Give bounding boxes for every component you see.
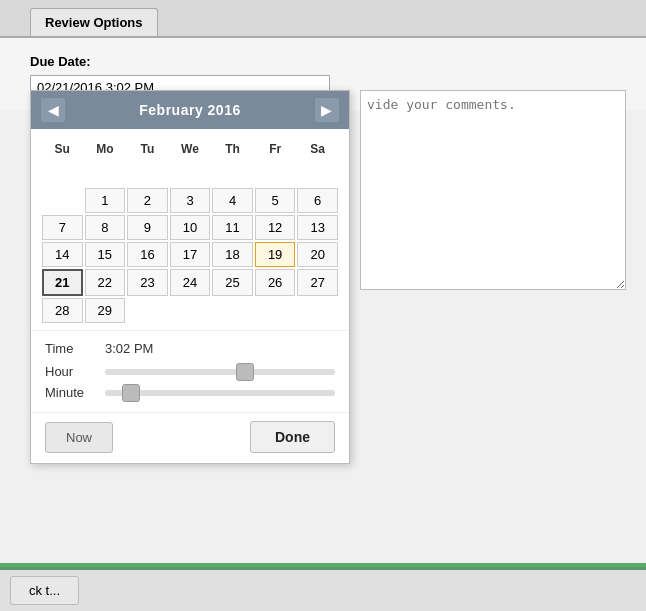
calendar-buttons: Now Done — [31, 412, 349, 463]
time-section: Time 3:02 PM Hour Minute — [31, 330, 349, 412]
calendar-day — [297, 162, 338, 186]
weekday-we: We — [169, 139, 212, 159]
calendar-day[interactable]: 29 — [85, 298, 126, 323]
calendar-day — [255, 162, 296, 186]
month-year-label: February 2016 — [139, 102, 240, 118]
calendar-header: ◀ February 2016 ▶ — [31, 91, 349, 129]
bottom-bar: ck t... — [0, 567, 646, 611]
weekday-fr: Fr — [254, 139, 297, 159]
calendar-day[interactable]: 4 — [212, 188, 253, 213]
weekday-mo: Mo — [84, 139, 127, 159]
calendar-day[interactable]: 28 — [42, 298, 83, 323]
calendar-day[interactable]: 22 — [85, 269, 126, 296]
calendar-day[interactable]: 2 — [127, 188, 168, 213]
calendar-day[interactable]: 23 — [127, 269, 168, 296]
weekday-tu: Tu — [126, 139, 169, 159]
calendar-day — [212, 162, 253, 186]
calendar-grid: Su Mo Tu We Th Fr Sa 1234567891011121314… — [31, 129, 349, 330]
calendar-day[interactable]: 26 — [255, 269, 296, 296]
calendar-day[interactable]: 5 — [255, 188, 296, 213]
calendar-day[interactable]: 10 — [170, 215, 211, 240]
calendar-day — [127, 298, 168, 323]
calendar-day[interactable]: 9 — [127, 215, 168, 240]
weekday-su: Su — [41, 139, 84, 159]
minute-slider-track[interactable] — [105, 390, 335, 396]
weekday-headers: Su Mo Tu We Th Fr Sa — [41, 135, 339, 161]
calendar-day[interactable]: 24 — [170, 269, 211, 296]
main-container: Review Options Due Date: ◀ February 2016… — [0, 0, 646, 611]
calendar-day[interactable]: 3 — [170, 188, 211, 213]
tab-bar: Review Options — [0, 0, 646, 38]
calendar-day[interactable]: 17 — [170, 242, 211, 267]
minute-slider-thumb[interactable] — [122, 384, 140, 402]
calendar-day[interactable]: 16 — [127, 242, 168, 267]
hour-slider-track[interactable] — [105, 369, 335, 375]
calendar-day — [212, 298, 253, 323]
time-label: Time — [45, 341, 105, 356]
hour-slider-thumb[interactable] — [236, 363, 254, 381]
minute-label: Minute — [45, 385, 105, 400]
calendar-day — [42, 188, 83, 213]
calendar-day[interactable]: 19 — [255, 242, 296, 267]
weekday-sa: Sa — [296, 139, 339, 159]
calendar-day — [297, 298, 338, 323]
calendar-day — [42, 162, 83, 186]
done-button[interactable]: Done — [250, 421, 335, 453]
now-button[interactable]: Now — [45, 422, 113, 453]
calendar-day[interactable]: 6 — [297, 188, 338, 213]
prev-month-button[interactable]: ◀ — [41, 98, 65, 122]
calendar-day[interactable]: 27 — [297, 269, 338, 296]
calendar-day[interactable]: 11 — [212, 215, 253, 240]
calendar-days: 1234567891011121314151617181920212223242… — [41, 161, 339, 324]
calendar-day[interactable]: 18 — [212, 242, 253, 267]
calendar-day — [85, 162, 126, 186]
calendar-day[interactable]: 12 — [255, 215, 296, 240]
back-button[interactable]: ck t... — [10, 576, 79, 605]
review-options-tab[interactable]: Review Options — [30, 8, 158, 36]
calendar-day[interactable]: 7 — [42, 215, 83, 240]
calendar-day[interactable]: 14 — [42, 242, 83, 267]
comments-textarea[interactable] — [360, 90, 626, 290]
calendar-day[interactable]: 13 — [297, 215, 338, 240]
calendar-day[interactable]: 21 — [42, 269, 83, 296]
calendar-popup: ◀ February 2016 ▶ Su Mo Tu We Th Fr Sa 1… — [30, 90, 350, 464]
calendar-day — [255, 298, 296, 323]
time-value: 3:02 PM — [105, 341, 153, 356]
calendar-day[interactable]: 25 — [212, 269, 253, 296]
calendar-day[interactable]: 8 — [85, 215, 126, 240]
calendar-day — [170, 298, 211, 323]
next-month-button[interactable]: ▶ — [315, 98, 339, 122]
calendar-day — [127, 162, 168, 186]
calendar-day — [170, 162, 211, 186]
due-date-label: Due Date: — [30, 54, 626, 69]
calendar-day[interactable]: 1 — [85, 188, 126, 213]
calendar-day[interactable]: 15 — [85, 242, 126, 267]
calendar-day[interactable]: 20 — [297, 242, 338, 267]
hour-label: Hour — [45, 364, 105, 379]
weekday-th: Th — [211, 139, 254, 159]
